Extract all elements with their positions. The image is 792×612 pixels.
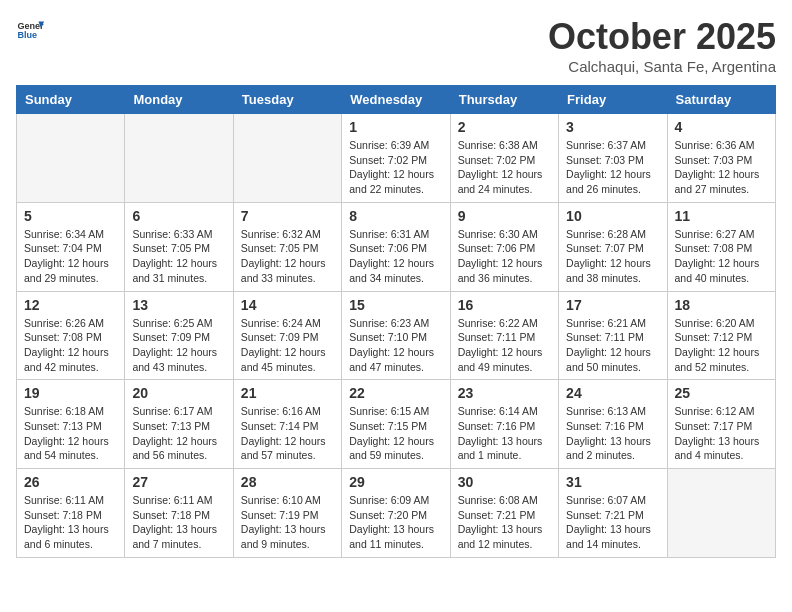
calendar-cell: 12Sunrise: 6:26 AMSunset: 7:08 PMDayligh… xyxy=(17,291,125,380)
calendar-cell xyxy=(233,114,341,203)
week-row-3: 12Sunrise: 6:26 AMSunset: 7:08 PMDayligh… xyxy=(17,291,776,380)
calendar-cell: 17Sunrise: 6:21 AMSunset: 7:11 PMDayligh… xyxy=(559,291,667,380)
day-number: 21 xyxy=(241,385,334,401)
weekday-header-tuesday: Tuesday xyxy=(233,86,341,114)
day-info: Sunrise: 6:08 AMSunset: 7:21 PMDaylight:… xyxy=(458,493,551,552)
calendar-cell: 11Sunrise: 6:27 AMSunset: 7:08 PMDayligh… xyxy=(667,202,775,291)
day-number: 6 xyxy=(132,208,225,224)
day-number: 25 xyxy=(675,385,768,401)
calendar-cell: 28Sunrise: 6:10 AMSunset: 7:19 PMDayligh… xyxy=(233,469,341,558)
weekday-header-monday: Monday xyxy=(125,86,233,114)
day-number: 29 xyxy=(349,474,442,490)
calendar-cell: 22Sunrise: 6:15 AMSunset: 7:15 PMDayligh… xyxy=(342,380,450,469)
day-number: 23 xyxy=(458,385,551,401)
day-number: 26 xyxy=(24,474,117,490)
day-number: 19 xyxy=(24,385,117,401)
day-info: Sunrise: 6:16 AMSunset: 7:14 PMDaylight:… xyxy=(241,404,334,463)
day-number: 28 xyxy=(241,474,334,490)
calendar-cell: 5Sunrise: 6:34 AMSunset: 7:04 PMDaylight… xyxy=(17,202,125,291)
calendar-cell: 27Sunrise: 6:11 AMSunset: 7:18 PMDayligh… xyxy=(125,469,233,558)
page-header: General Blue October 2025 Calchaqui, San… xyxy=(16,16,776,75)
weekday-header-wednesday: Wednesday xyxy=(342,86,450,114)
calendar-cell: 8Sunrise: 6:31 AMSunset: 7:06 PMDaylight… xyxy=(342,202,450,291)
week-row-2: 5Sunrise: 6:34 AMSunset: 7:04 PMDaylight… xyxy=(17,202,776,291)
day-number: 22 xyxy=(349,385,442,401)
calendar-cell: 18Sunrise: 6:20 AMSunset: 7:12 PMDayligh… xyxy=(667,291,775,380)
day-info: Sunrise: 6:39 AMSunset: 7:02 PMDaylight:… xyxy=(349,138,442,197)
calendar-cell xyxy=(667,469,775,558)
day-number: 3 xyxy=(566,119,659,135)
day-info: Sunrise: 6:38 AMSunset: 7:02 PMDaylight:… xyxy=(458,138,551,197)
day-info: Sunrise: 6:27 AMSunset: 7:08 PMDaylight:… xyxy=(675,227,768,286)
calendar-cell: 21Sunrise: 6:16 AMSunset: 7:14 PMDayligh… xyxy=(233,380,341,469)
day-number: 27 xyxy=(132,474,225,490)
calendar-cell xyxy=(17,114,125,203)
day-info: Sunrise: 6:10 AMSunset: 7:19 PMDaylight:… xyxy=(241,493,334,552)
day-number: 18 xyxy=(675,297,768,313)
day-number: 17 xyxy=(566,297,659,313)
calendar-cell: 31Sunrise: 6:07 AMSunset: 7:21 PMDayligh… xyxy=(559,469,667,558)
calendar-cell: 3Sunrise: 6:37 AMSunset: 7:03 PMDaylight… xyxy=(559,114,667,203)
day-info: Sunrise: 6:11 AMSunset: 7:18 PMDaylight:… xyxy=(132,493,225,552)
calendar-cell: 15Sunrise: 6:23 AMSunset: 7:10 PMDayligh… xyxy=(342,291,450,380)
calendar-cell: 13Sunrise: 6:25 AMSunset: 7:09 PMDayligh… xyxy=(125,291,233,380)
calendar-cell: 9Sunrise: 6:30 AMSunset: 7:06 PMDaylight… xyxy=(450,202,558,291)
calendar-cell: 25Sunrise: 6:12 AMSunset: 7:17 PMDayligh… xyxy=(667,380,775,469)
calendar-cell: 20Sunrise: 6:17 AMSunset: 7:13 PMDayligh… xyxy=(125,380,233,469)
day-info: Sunrise: 6:07 AMSunset: 7:21 PMDaylight:… xyxy=(566,493,659,552)
day-info: Sunrise: 6:31 AMSunset: 7:06 PMDaylight:… xyxy=(349,227,442,286)
day-info: Sunrise: 6:14 AMSunset: 7:16 PMDaylight:… xyxy=(458,404,551,463)
weekday-header-thursday: Thursday xyxy=(450,86,558,114)
day-info: Sunrise: 6:25 AMSunset: 7:09 PMDaylight:… xyxy=(132,316,225,375)
day-info: Sunrise: 6:15 AMSunset: 7:15 PMDaylight:… xyxy=(349,404,442,463)
calendar-cell: 29Sunrise: 6:09 AMSunset: 7:20 PMDayligh… xyxy=(342,469,450,558)
day-info: Sunrise: 6:11 AMSunset: 7:18 PMDaylight:… xyxy=(24,493,117,552)
weekday-header-friday: Friday xyxy=(559,86,667,114)
day-info: Sunrise: 6:33 AMSunset: 7:05 PMDaylight:… xyxy=(132,227,225,286)
day-number: 9 xyxy=(458,208,551,224)
day-number: 31 xyxy=(566,474,659,490)
day-info: Sunrise: 6:13 AMSunset: 7:16 PMDaylight:… xyxy=(566,404,659,463)
day-number: 5 xyxy=(24,208,117,224)
calendar-cell: 23Sunrise: 6:14 AMSunset: 7:16 PMDayligh… xyxy=(450,380,558,469)
logo-icon: General Blue xyxy=(16,16,44,44)
day-number: 20 xyxy=(132,385,225,401)
logo: General Blue xyxy=(16,16,44,44)
calendar-cell: 30Sunrise: 6:08 AMSunset: 7:21 PMDayligh… xyxy=(450,469,558,558)
day-info: Sunrise: 6:26 AMSunset: 7:08 PMDaylight:… xyxy=(24,316,117,375)
day-info: Sunrise: 6:36 AMSunset: 7:03 PMDaylight:… xyxy=(675,138,768,197)
day-number: 12 xyxy=(24,297,117,313)
day-info: Sunrise: 6:21 AMSunset: 7:11 PMDaylight:… xyxy=(566,316,659,375)
day-info: Sunrise: 6:17 AMSunset: 7:13 PMDaylight:… xyxy=(132,404,225,463)
week-row-5: 26Sunrise: 6:11 AMSunset: 7:18 PMDayligh… xyxy=(17,469,776,558)
day-info: Sunrise: 6:22 AMSunset: 7:11 PMDaylight:… xyxy=(458,316,551,375)
day-number: 30 xyxy=(458,474,551,490)
day-info: Sunrise: 6:37 AMSunset: 7:03 PMDaylight:… xyxy=(566,138,659,197)
calendar-cell: 6Sunrise: 6:33 AMSunset: 7:05 PMDaylight… xyxy=(125,202,233,291)
calendar-cell xyxy=(125,114,233,203)
day-number: 15 xyxy=(349,297,442,313)
day-info: Sunrise: 6:30 AMSunset: 7:06 PMDaylight:… xyxy=(458,227,551,286)
calendar-cell: 16Sunrise: 6:22 AMSunset: 7:11 PMDayligh… xyxy=(450,291,558,380)
calendar-cell: 2Sunrise: 6:38 AMSunset: 7:02 PMDaylight… xyxy=(450,114,558,203)
day-info: Sunrise: 6:23 AMSunset: 7:10 PMDaylight:… xyxy=(349,316,442,375)
calendar-cell: 7Sunrise: 6:32 AMSunset: 7:05 PMDaylight… xyxy=(233,202,341,291)
calendar-cell: 19Sunrise: 6:18 AMSunset: 7:13 PMDayligh… xyxy=(17,380,125,469)
calendar-cell: 26Sunrise: 6:11 AMSunset: 7:18 PMDayligh… xyxy=(17,469,125,558)
weekday-header-row: SundayMondayTuesdayWednesdayThursdayFrid… xyxy=(17,86,776,114)
month-title: October 2025 xyxy=(548,16,776,58)
week-row-4: 19Sunrise: 6:18 AMSunset: 7:13 PMDayligh… xyxy=(17,380,776,469)
day-number: 8 xyxy=(349,208,442,224)
svg-text:Blue: Blue xyxy=(17,30,37,40)
day-info: Sunrise: 6:12 AMSunset: 7:17 PMDaylight:… xyxy=(675,404,768,463)
day-number: 24 xyxy=(566,385,659,401)
calendar-cell: 4Sunrise: 6:36 AMSunset: 7:03 PMDaylight… xyxy=(667,114,775,203)
day-info: Sunrise: 6:09 AMSunset: 7:20 PMDaylight:… xyxy=(349,493,442,552)
day-info: Sunrise: 6:34 AMSunset: 7:04 PMDaylight:… xyxy=(24,227,117,286)
day-info: Sunrise: 6:28 AMSunset: 7:07 PMDaylight:… xyxy=(566,227,659,286)
calendar-table: SundayMondayTuesdayWednesdayThursdayFrid… xyxy=(16,85,776,558)
calendar-cell: 24Sunrise: 6:13 AMSunset: 7:16 PMDayligh… xyxy=(559,380,667,469)
day-number: 13 xyxy=(132,297,225,313)
title-block: October 2025 Calchaqui, Santa Fe, Argent… xyxy=(548,16,776,75)
day-number: 10 xyxy=(566,208,659,224)
